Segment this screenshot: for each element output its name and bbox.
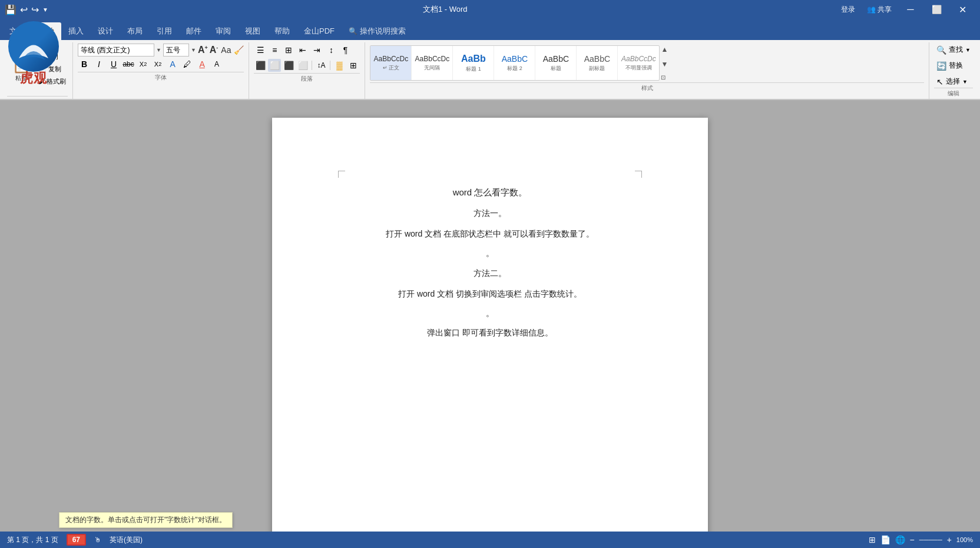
numbering-button[interactable]: ≡ [268, 44, 281, 57]
status-left: 第 1 页，共 1 页 67 🖱 英语(美国) [7, 534, 143, 546]
decrease-indent-button[interactable]: ⇤ [296, 44, 309, 57]
borders-button[interactable]: ⊞ [347, 59, 360, 72]
font-group-label: 字体 [78, 72, 244, 82]
bold-button[interactable]: B [78, 58, 91, 71]
styles-group: AaBbCcDc ↵ 正文 AaBbCcDc 无间隔 AaBb 标题 1 AaB… [365, 42, 929, 99]
web-view-icon[interactable]: 🌐 [895, 535, 905, 544]
word-page[interactable]: word 怎么看字数。 方法一。 打开 word 文档 在底部状态栏中 就可以看… [272, 118, 708, 533]
change-case-button[interactable]: Aa [221, 45, 231, 55]
bullets-button[interactable]: ☰ [254, 44, 267, 57]
method2-body: 打开 word 文档 切换到审阅选项栏 点击字数统计。 [349, 285, 631, 303]
tab-help[interactable]: 帮助 [267, 22, 297, 40]
style-gallery: AaBbCcDc ↵ 正文 AaBbCcDc 无间隔 AaBb 标题 1 AaB… [370, 45, 660, 81]
undo-icon[interactable]: ↩ [20, 4, 28, 15]
show-marks-button[interactable]: ¶ [339, 44, 352, 57]
zoom-in-icon[interactable]: + [947, 535, 952, 544]
redo-icon[interactable]: ↪ [31, 4, 39, 15]
align-center-button[interactable]: ⬜ [268, 59, 281, 72]
layout-view-icon[interactable]: ⊞ [869, 535, 876, 544]
save-icon[interactable]: 💾 [5, 4, 16, 15]
line-spacing-button[interactable]: ↕A [314, 59, 327, 72]
align-left-button[interactable]: ⬛ [254, 59, 267, 72]
multilevel-list-button[interactable]: ⊞ [282, 44, 295, 57]
copy-button[interactable]: 📄 复制 [37, 64, 68, 75]
subscript-button[interactable]: X2 [137, 58, 150, 71]
cut-button[interactable]: ✂ 剪切 [37, 51, 68, 62]
tab-references[interactable]: 引用 [150, 22, 179, 40]
close-button[interactable]: ✕ [949, 0, 975, 19]
replace-button[interactable]: 🔄 替换 [934, 59, 965, 72]
shading-button[interactable]: ▓ [333, 59, 346, 72]
highlight-color-button[interactable]: 🖊 [181, 58, 194, 71]
underline-button[interactable]: U [107, 58, 120, 71]
doc-title: word 怎么看字数。 [349, 182, 631, 202]
corner-mark-tl [338, 171, 345, 178]
tab-kingsoft-pdf[interactable]: 金山PDF [297, 22, 342, 40]
sign-in-button[interactable]: 登录 [835, 4, 861, 16]
tab-layout[interactable]: 布局 [120, 22, 150, 40]
font-color-button[interactable]: A [196, 58, 208, 71]
superscript-button[interactable]: X2 [151, 58, 164, 71]
align-right-button[interactable]: ⬛ [282, 59, 295, 72]
font-name-dropdown[interactable]: ▼ [156, 47, 161, 53]
font-size-selector[interactable] [163, 44, 189, 57]
tab-insert[interactable]: 插入 [61, 22, 91, 40]
find-button[interactable]: 🔍 查找 ▼ [934, 44, 973, 56]
font-group: ▼ ▼ A+ A- Aa 🧹 B I U abc X2 X2 A 🖊 A A 字… [73, 42, 249, 99]
shrink-font-button[interactable]: A- [210, 45, 218, 55]
style-heading1[interactable]: AaBb 标题 1 [453, 46, 494, 80]
strikethrough-button[interactable]: abc [122, 58, 135, 71]
increase-indent-button[interactable]: ⇥ [310, 44, 323, 57]
style-subtle-emphasis[interactable]: AaBbCcDc 不明显强调 [618, 46, 659, 80]
word-count-cursor-icon: 🖱 [94, 536, 101, 544]
document-content: word 怎么看字数。 方法一。 打开 word 文档 在底部状态栏中 就可以看… [349, 182, 631, 342]
font-size-dropdown[interactable]: ▼ [191, 47, 196, 53]
print-layout-icon[interactable]: 📄 [880, 535, 890, 544]
paragraph-group: ☰ ≡ ⊞ ⇤ ⇥ ↕ ¶ ⬛ ⬜ ⬛ ⬜ ↕A ▓ ⊞ 段落 [249, 42, 365, 99]
spacer1: 。 [349, 244, 631, 263]
grow-font-button[interactable]: A+ [198, 45, 208, 55]
minimize-button[interactable]: ─ [898, 0, 923, 19]
styles-gallery-more[interactable]: ⊡ [661, 74, 668, 81]
top-bar: 💾 ↩ ↪ ▼ 文档1 - Word 登录 👥 共享 ─ ⬜ ✕ [0, 0, 980, 19]
styles-group-label: 样式 [370, 82, 924, 92]
style-no-spacing[interactable]: AaBbCcDc 无间隔 [412, 46, 453, 80]
corner-mark-tr [635, 171, 642, 178]
method2-label: 方法二。 [349, 264, 631, 283]
font-name-selector[interactable] [78, 44, 154, 57]
restore-button[interactable]: ⬜ [923, 0, 949, 19]
style-heading2[interactable]: AaBbC 标题 2 [494, 46, 535, 80]
method2-detail: 弹出窗口 即可看到字数详细信息。 [349, 324, 631, 342]
language-indicator[interactable]: 英语(美国) [110, 535, 143, 545]
justify-button[interactable]: ⬜ [296, 59, 309, 72]
style-subtitle[interactable]: AaBbC 副标题 [577, 46, 618, 80]
word-count-button[interactable]: 67 [67, 534, 86, 546]
text-effect-button[interactable]: A [166, 58, 179, 71]
format-painter-button[interactable]: 🖌 格式刷 [37, 76, 68, 87]
style-title[interactable]: AaBbC 标题 [535, 46, 577, 80]
zoom-level: 100% [956, 536, 973, 543]
tab-file[interactable]: 文件 [2, 22, 32, 40]
tab-review[interactable]: 审阅 [208, 22, 238, 40]
style-normal[interactable]: AaBbCcDc ↵ 正文 [370, 46, 412, 80]
clipboard-label [7, 96, 68, 98]
sort-button[interactable]: ↕ [325, 44, 337, 57]
paste-button[interactable]: 📋 粘贴 [7, 44, 35, 95]
editing-group-label: 编辑 [934, 88, 973, 98]
char-spacing-button[interactable]: A [210, 58, 223, 71]
share-button[interactable]: 👥 共享 [861, 4, 898, 16]
customize-qa-icon[interactable]: ▼ [42, 6, 48, 13]
window-controls: 登录 👥 共享 ─ ⬜ ✕ [835, 0, 975, 19]
italic-button[interactable]: I [92, 58, 105, 71]
zoom-bar[interactable]: ───── [919, 536, 942, 543]
tab-view[interactable]: 视图 [238, 22, 267, 40]
zoom-out-icon[interactable]: − [910, 535, 915, 544]
tab-search-actions[interactable]: 🔍 操作说明搜索 [342, 22, 413, 40]
styles-gallery-down[interactable]: ▼ [661, 60, 668, 68]
tab-home[interactable]: 开始 [32, 22, 61, 40]
styles-gallery-up[interactable]: ▲ [661, 45, 668, 54]
clear-format-button[interactable]: 🧹 [234, 45, 244, 55]
tab-mailings[interactable]: 邮件 [179, 22, 208, 40]
tab-design[interactable]: 设计 [91, 22, 120, 40]
select-button[interactable]: ↖ 选择 ▼ [934, 75, 970, 88]
